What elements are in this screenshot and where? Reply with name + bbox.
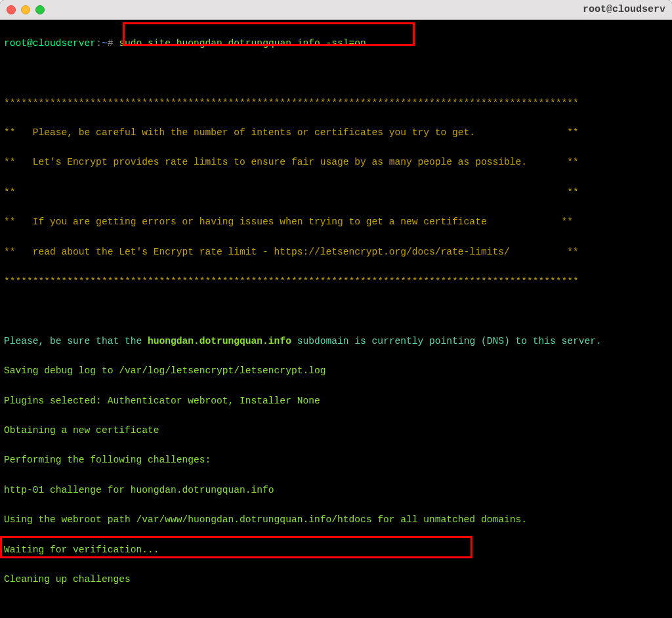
warning-border-bottom: ****************************************… <box>4 274 668 289</box>
prompt-user: root@cloudserver <box>4 38 96 49</box>
prompt-line: root@cloudserver:~# sudo site huongdan.d… <box>4 36 668 51</box>
prompt-sep: : <box>96 38 102 49</box>
window-title: root@cloudserv <box>583 0 665 20</box>
warning-line: ** Please, be careful with the number of… <box>4 125 668 140</box>
certbot-line: Obtaining a new certificate <box>4 423 668 438</box>
certbot-line: http-01 challenge for huongdan.dotrungqu… <box>4 483 668 498</box>
titlebar: root@cloudserv <box>0 0 672 20</box>
certbot-line: Waiting for verification... <box>4 543 668 558</box>
warning-line: ** If you are getting errors or having i… <box>4 215 668 230</box>
terminal-window: root@cloudserv root@cloudserver:~# sudo … <box>0 0 672 618</box>
blank-line <box>4 304 668 319</box>
warning-line: ** read about the Let's Encrypt rate lim… <box>4 245 668 260</box>
blank-line <box>4 602 668 617</box>
dns-prefix: Please, be sure that the <box>4 336 148 346</box>
close-icon[interactable] <box>7 5 16 14</box>
dns-notice: Please, be sure that the huongdan.dotrun… <box>4 334 668 349</box>
certbot-line: Using the webroot path /var/www/huongdan… <box>4 512 668 527</box>
certbot-line: Saving debug log to /var/log/letsencrypt… <box>4 363 668 379</box>
warning-border-top: ****************************************… <box>4 96 668 111</box>
warning-line: ** Let's Encrypt provides rate limits to… <box>4 155 668 170</box>
terminal-body[interactable]: root@cloudserver:~# sudo site huongdan.d… <box>0 20 672 618</box>
prompt-hash: # <box>108 38 114 49</box>
minimize-icon[interactable] <box>21 5 30 14</box>
certbot-line: Performing the following challenges: <box>4 453 668 468</box>
traffic-lights <box>7 5 45 14</box>
blank-line <box>4 66 668 81</box>
prompt-path: ~ <box>102 38 108 49</box>
certbot-line: Plugins selected: Authenticator webroot,… <box>4 394 668 409</box>
zoom-icon[interactable] <box>35 5 45 14</box>
command-text: sudo site huongdan.dotrungquan.info -ssl… <box>119 38 366 49</box>
dns-suffix: subdomain is currently pointing (DNS) to… <box>291 336 602 346</box>
warning-line: ** ** <box>4 185 668 200</box>
dns-domain: huongdan.dotrungquan.info <box>148 336 291 346</box>
certbot-line: Cleaning up challenges <box>4 572 668 587</box>
